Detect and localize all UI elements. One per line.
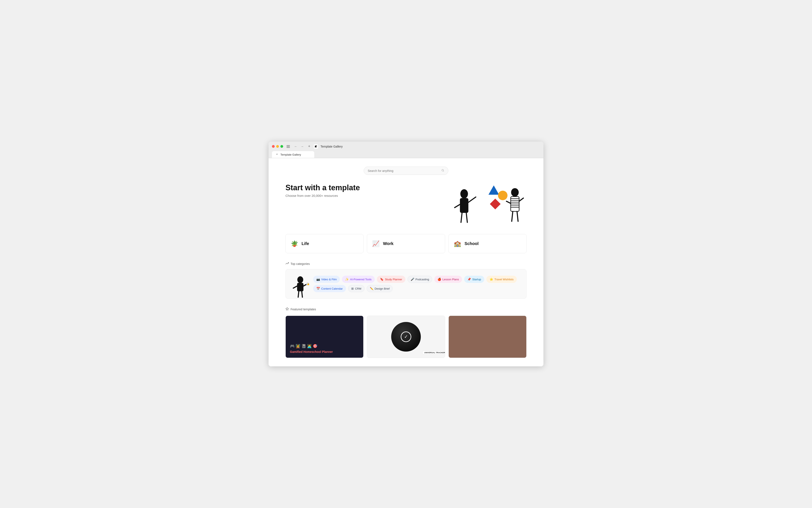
svg-rect-25 <box>297 283 303 291</box>
hero-subtitle: Choose from over 20,000+ resources <box>285 194 360 198</box>
study-icon: 🔖 <box>380 278 383 281</box>
browser-window: ← → + Template Gallery <box>269 142 543 366</box>
featured-section: Featured templates 🎮 🧑‍🏫 📓 🧑‍💻 🎯 Gamifie… <box>285 307 527 358</box>
svg-rect-7 <box>460 198 469 213</box>
homeschool-highlight: Homeschool <box>303 350 321 353</box>
tag-ai-tools-label: AI-Powered Tools <box>350 278 371 281</box>
tag-lesson-plans[interactable]: 🍎 Lesson Plans <box>434 276 462 283</box>
svg-line-20 <box>519 198 523 201</box>
svg-point-24 <box>297 276 303 283</box>
tag-design-brief[interactable]: ✏️ Design Brief <box>367 285 393 292</box>
back-button[interactable]: ← <box>293 144 298 149</box>
tab-bar: Template Gallery <box>272 151 540 158</box>
hero-title: Start with a template <box>285 183 360 192</box>
tag-travel-wishlists-label: Travel Wishlists <box>494 278 514 281</box>
page-title: Template Gallery <box>321 145 343 148</box>
svg-rect-4 <box>276 155 277 155</box>
tag-study-planner[interactable]: 🔖 Study Planner <box>377 276 405 283</box>
tag-study-planner-label: Study Planner <box>385 278 402 281</box>
design-icon: ✏️ <box>370 287 373 290</box>
tab-title: Template Gallery <box>280 153 301 156</box>
homeschool-title: Gamified Homeschool Planner <box>290 350 359 353</box>
featured-header: Featured templates <box>285 307 527 311</box>
tab-favicon <box>275 153 279 156</box>
travel-icon: ⭐ <box>490 278 493 281</box>
search-icon <box>441 169 444 172</box>
browser-chrome: ← → + Template Gallery <box>269 142 543 158</box>
categories-section: 👍 📷 Video & Film ✨ AI-Powered Tools 🔖 St… <box>285 269 527 299</box>
tag-content-calendar[interactable]: 📅 Content Calendar <box>313 285 346 292</box>
startup-icon: 📌 <box>467 278 471 281</box>
hero-illustration <box>446 183 527 225</box>
tag-video-film[interactable]: 📷 Video & Film <box>313 276 340 283</box>
svg-line-9 <box>455 204 460 208</box>
svg-rect-3 <box>276 154 278 155</box>
svg-line-10 <box>461 213 462 222</box>
checkmark-icon: ✓ <box>401 332 411 342</box>
crm-icon: ⊞ <box>351 287 354 290</box>
new-tab-button[interactable]: + <box>307 144 311 149</box>
calendar-icon: 📅 <box>316 287 320 290</box>
homeschool-suffix: Planner <box>321 350 333 353</box>
search-container <box>285 167 527 175</box>
search-bar[interactable] <box>364 167 448 175</box>
menu-icon[interactable] <box>286 144 291 149</box>
maximize-button[interactable] <box>280 145 283 148</box>
svg-line-11 <box>466 213 467 222</box>
work-label: Work <box>383 241 394 246</box>
category-card-life[interactable]: 🪴 Life <box>285 234 364 253</box>
categories-tags: 📷 Video & Film ✨ AI-Powered Tools 🔖 Stud… <box>313 276 521 292</box>
figure-left <box>450 187 478 223</box>
hero-text: Start with a template Choose from over 2… <box>285 183 360 198</box>
tag-podcasting[interactable]: 🎤 Podcasting <box>407 276 432 283</box>
homeschool-content: 🎮 🧑‍🏫 📓 🧑‍💻 🎯 Gamified Homeschool Planne… <box>286 316 363 358</box>
svg-marker-32 <box>286 307 288 310</box>
tag-crm-label: CRM <box>355 287 361 290</box>
svg-line-21 <box>512 211 513 221</box>
svg-line-28 <box>298 291 299 297</box>
life-label: Life <box>301 241 309 246</box>
diamond-shape <box>490 199 501 210</box>
video-icon: 📷 <box>316 278 320 281</box>
nav-buttons: ← → <box>293 144 305 149</box>
active-tab[interactable]: Template Gallery <box>272 151 314 158</box>
lesson-icon: 🍎 <box>438 278 441 281</box>
school-label: School <box>464 241 479 246</box>
page-content: Start with a template Choose from over 2… <box>269 158 543 366</box>
svg-point-6 <box>460 189 468 199</box>
figure-right <box>503 186 527 222</box>
tag-startup-label: Startup <box>472 278 481 281</box>
close-button[interactable] <box>272 145 275 148</box>
hero-section: Start with a template Choose from over 2… <box>285 183 527 225</box>
tag-design-brief-label: Design Brief <box>375 287 390 290</box>
universal-badge: UNIVERSAL TRACKER <box>422 351 445 354</box>
life-icon: 🪴 <box>291 240 298 247</box>
homeschool-emojis: 🎮 🧑‍🏫 📓 🧑‍💻 🎯 <box>290 344 359 348</box>
tag-content-calendar-label: Content Calendar <box>321 287 343 290</box>
tag-crm[interactable]: ⊞ CRM <box>348 285 365 292</box>
star-icon <box>285 307 289 311</box>
category-cards: 🪴 Life 📈 Work 🏫 School <box>285 234 527 253</box>
svg-line-19 <box>506 201 511 203</box>
categories-illustration: 👍 <box>291 274 310 293</box>
search-input[interactable] <box>368 169 440 172</box>
tag-travel-wishlists[interactable]: ⭐ Travel Wishlists <box>486 276 517 283</box>
featured-card-third[interactable] <box>448 315 527 358</box>
tag-podcasting-label: Podcasting <box>415 278 429 281</box>
minimize-button[interactable] <box>276 145 279 148</box>
tag-video-film-label: Video & Film <box>321 278 337 281</box>
featured-card-tracker[interactable]: ✓ UNIVERSAL TRACKER <box>367 315 445 358</box>
tag-startup[interactable]: 📌 Startup <box>464 276 484 283</box>
ai-icon: ✨ <box>345 278 349 281</box>
top-categories-header: Top categories <box>285 262 527 266</box>
trending-icon <box>285 262 289 266</box>
svg-point-12 <box>511 188 519 197</box>
svg-line-29 <box>302 291 302 297</box>
category-card-work[interactable]: 📈 Work <box>367 234 445 253</box>
category-card-school[interactable]: 🏫 School <box>448 234 527 253</box>
tag-ai-tools[interactable]: ✨ AI-Powered Tools <box>342 276 375 283</box>
svg-line-8 <box>469 197 476 202</box>
forward-button[interactable]: → <box>300 144 305 149</box>
svg-text:👍: 👍 <box>307 283 310 285</box>
featured-card-homeschool[interactable]: 🎮 🧑‍🏫 📓 🧑‍💻 🎯 Gamified Homeschool Planne… <box>285 315 364 358</box>
